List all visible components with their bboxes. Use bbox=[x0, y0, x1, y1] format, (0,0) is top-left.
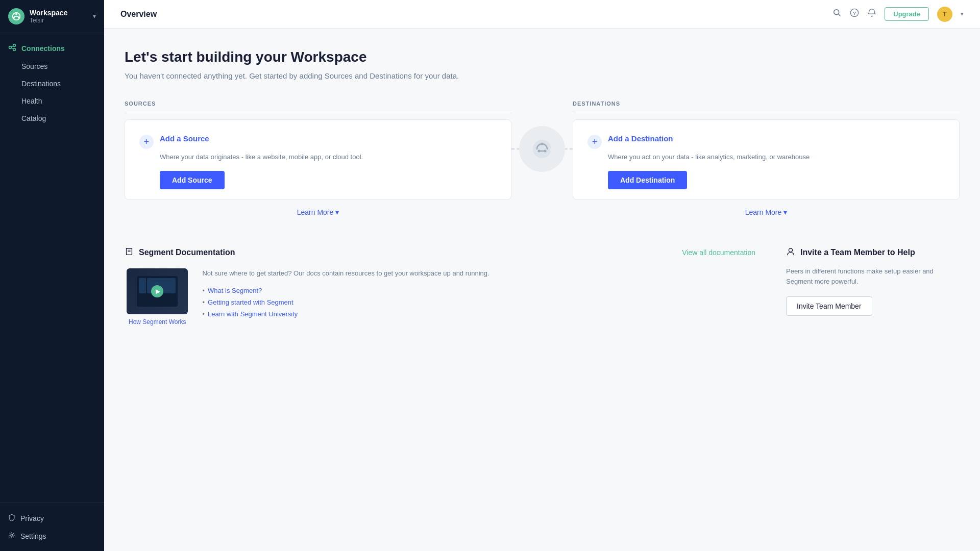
docs-section-title: Segment Documentation bbox=[125, 247, 235, 258]
svg-point-2 bbox=[15, 13, 17, 15]
workspace-sub: Teisir bbox=[30, 17, 88, 24]
docs-links: What is Segment? Getting started with Se… bbox=[202, 287, 755, 318]
hero-title: Let's start building your Workspace bbox=[125, 49, 960, 65]
sources-card-title: Add a Source bbox=[160, 134, 209, 143]
sidebar-item-privacy[interactable]: Privacy bbox=[0, 509, 104, 527]
thumbnail-label[interactable]: How Segment Works bbox=[125, 318, 190, 325]
sources-panel: SOURCES + Add a Source Where your data o… bbox=[125, 101, 511, 216]
sidebar-connections-header[interactable]: Connections bbox=[0, 39, 104, 58]
main-content: Overview ? Upgrade T ▾ Let's start build… bbox=[104, 0, 980, 551]
svg-point-21 bbox=[789, 248, 792, 252]
workspace-logo bbox=[8, 8, 24, 24]
docs-desc: Not sure where to get started? Our docs … bbox=[202, 268, 755, 279]
search-icon[interactable] bbox=[832, 8, 842, 20]
avatar[interactable]: T bbox=[937, 7, 952, 22]
sidebar-item-settings[interactable]: Settings bbox=[0, 527, 104, 545]
bottom-section: Segment Documentation View all documenta… bbox=[125, 247, 960, 325]
connections-row: SOURCES + Add a Source Where your data o… bbox=[125, 101, 960, 216]
docs-panel: Segment Documentation View all documenta… bbox=[125, 247, 755, 325]
hero-subtitle: You haven't connected anything yet. Get … bbox=[125, 71, 960, 80]
center-connector bbox=[511, 101, 573, 172]
sources-card-header: + Add a Source bbox=[139, 134, 497, 149]
destinations-learn-more[interactable]: Learn More ▾ bbox=[573, 208, 960, 216]
svg-point-10 bbox=[11, 534, 13, 536]
svg-point-15 bbox=[533, 140, 551, 158]
svg-line-8 bbox=[11, 46, 13, 47]
add-source-button[interactable]: Add Source bbox=[160, 171, 225, 189]
sidebar: Workspace Teisir ▾ Connections Sources D… bbox=[0, 0, 104, 551]
sidebar-item-sources[interactable]: Sources bbox=[0, 58, 104, 75]
settings-icon bbox=[8, 532, 15, 540]
add-destination-button[interactable]: Add Destination bbox=[608, 171, 687, 189]
sidebar-item-catalog[interactable]: Catalog bbox=[0, 110, 104, 127]
bell-icon[interactable] bbox=[867, 8, 876, 20]
svg-point-4 bbox=[18, 17, 20, 19]
docs-link-3[interactable]: Learn with Segment University bbox=[202, 310, 755, 318]
sources-card-desc: Where your data originates - like a webs… bbox=[139, 153, 497, 161]
book-icon bbox=[125, 247, 134, 258]
chevron-down-icon: ▾ bbox=[783, 208, 787, 216]
svg-point-7 bbox=[13, 48, 16, 51]
docs-row: ▶ How Segment Works Not sure where to ge… bbox=[125, 268, 755, 325]
destinations-card-title: Add a Destination bbox=[608, 134, 673, 143]
docs-link-2[interactable]: Getting started with Segment bbox=[202, 298, 755, 306]
header-actions: ? Upgrade T ▾ bbox=[832, 7, 964, 22]
sidebar-item-destinations[interactable]: Destinations bbox=[0, 75, 104, 92]
workspace-info: Workspace Teisir bbox=[30, 9, 88, 24]
docs-text: Not sure where to get started? Our docs … bbox=[202, 268, 755, 322]
invite-panel: Invite a Team Member to Help Peers in di… bbox=[786, 247, 960, 316]
page-content: Let's start building your Workspace You … bbox=[104, 29, 980, 356]
svg-line-12 bbox=[839, 14, 841, 16]
svg-point-5 bbox=[9, 46, 12, 49]
svg-point-6 bbox=[13, 44, 16, 47]
destinations-divider bbox=[573, 113, 960, 113]
avatar-chevron-icon: ▾ bbox=[961, 11, 964, 17]
svg-point-3 bbox=[13, 17, 15, 19]
svg-point-17 bbox=[541, 143, 544, 145]
settings-label: Settings bbox=[20, 532, 46, 540]
sources-plus-icon: + bbox=[139, 135, 154, 149]
svg-point-18 bbox=[544, 150, 547, 153]
sources-section-label: SOURCES bbox=[125, 101, 511, 107]
sidebar-item-health[interactable]: Health bbox=[0, 92, 104, 110]
svg-text:?: ? bbox=[853, 10, 856, 16]
help-icon[interactable]: ? bbox=[850, 8, 859, 20]
sidebar-bottom: Privacy Settings bbox=[0, 503, 104, 551]
destinations-card-header: + Add a Destination bbox=[587, 134, 945, 149]
connections-icon bbox=[8, 43, 16, 54]
sidebar-nav: Connections Sources Destinations Health … bbox=[0, 33, 104, 133]
connections-label: Connections bbox=[21, 44, 65, 53]
docs-link-1[interactable]: What is Segment? bbox=[202, 287, 755, 294]
chevron-down-icon: ▾ bbox=[93, 13, 96, 20]
page-title: Overview bbox=[120, 10, 157, 19]
top-header: Overview ? Upgrade T ▾ bbox=[104, 0, 980, 29]
svg-line-9 bbox=[11, 48, 13, 49]
workspace-name: Workspace bbox=[30, 9, 88, 17]
invite-desc: Peers in different functions make setup … bbox=[786, 266, 960, 286]
svg-point-16 bbox=[538, 150, 541, 153]
invite-team-member-button[interactable]: Invite Team Member bbox=[786, 296, 872, 316]
docs-title-row: Segment Documentation View all documenta… bbox=[125, 247, 755, 258]
sources-card: + Add a Source Where your data originate… bbox=[125, 119, 511, 200]
destinations-panel: DESTINATIONS + Add a Destination Where y… bbox=[573, 101, 960, 216]
segment-logo-circle bbox=[519, 126, 565, 172]
invite-section-title: Invite a Team Member to Help bbox=[786, 247, 960, 258]
destinations-section-label: DESTINATIONS bbox=[573, 101, 960, 107]
privacy-icon bbox=[8, 514, 15, 522]
sidebar-header[interactable]: Workspace Teisir ▾ bbox=[0, 0, 104, 33]
sources-divider bbox=[125, 113, 511, 113]
view-all-docs-link[interactable]: View all documentation bbox=[682, 248, 755, 257]
destinations-plus-icon: + bbox=[587, 135, 602, 149]
user-icon bbox=[786, 247, 795, 258]
sources-learn-more[interactable]: Learn More ▾ bbox=[125, 208, 511, 216]
docs-thumbnail[interactable]: ▶ bbox=[127, 268, 188, 314]
chevron-down-icon: ▾ bbox=[335, 208, 339, 216]
destinations-card: + Add a Destination Where you act on you… bbox=[573, 119, 960, 200]
destinations-card-desc: Where you act on your data - like analyt… bbox=[587, 153, 945, 161]
privacy-label: Privacy bbox=[20, 514, 44, 522]
upgrade-button[interactable]: Upgrade bbox=[885, 7, 929, 21]
